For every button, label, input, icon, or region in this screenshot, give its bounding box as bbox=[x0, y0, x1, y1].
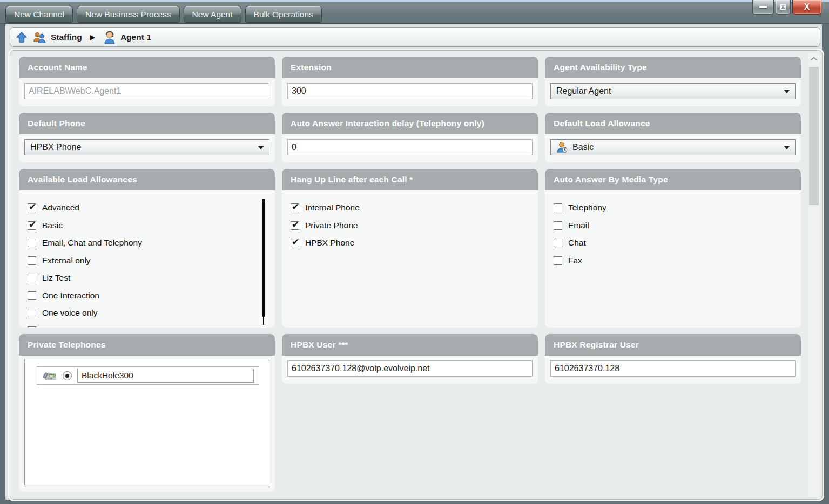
default-phone-dropdown[interactable]: HPBX Phone bbox=[24, 139, 269, 155]
chevron-down-icon bbox=[258, 146, 264, 149]
private-telephone-row[interactable] bbox=[37, 366, 259, 385]
checkbox-row[interactable]: External only bbox=[28, 252, 266, 270]
scroll-up-button[interactable] bbox=[808, 53, 820, 65]
checkbox[interactable] bbox=[291, 239, 299, 247]
close-button[interactable]: X bbox=[792, 0, 821, 15]
checkbox[interactable] bbox=[554, 203, 562, 212]
default-telephone-radio[interactable] bbox=[63, 371, 72, 380]
scrollbar-thumb[interactable] bbox=[809, 67, 819, 205]
checkbox-row[interactable]: Basic bbox=[28, 217, 266, 235]
checkbox-label: Private Phone bbox=[305, 221, 358, 230]
checkbox-label: Single Interaction bbox=[42, 326, 107, 328]
toolbar-button[interactable]: New Agent bbox=[184, 6, 241, 23]
list-scrollbar-thumb[interactable] bbox=[262, 199, 265, 317]
checkbox[interactable] bbox=[28, 256, 36, 265]
panel-account-name: Account Name bbox=[19, 57, 275, 106]
checkbox-label: Fax bbox=[568, 256, 582, 265]
checkbox-label: Chat bbox=[568, 238, 586, 248]
checkbox[interactable] bbox=[28, 326, 36, 328]
breadcrumb-item-agent[interactable]: Agent 1 bbox=[103, 30, 151, 44]
breadcrumb-separator-icon: ▶ bbox=[87, 33, 98, 41]
checkbox-label: Email bbox=[568, 221, 589, 230]
panel-title: Hang Up Line after each Call * bbox=[282, 169, 538, 190]
panel-title: HPBX Registrar User bbox=[545, 334, 801, 356]
panel-title: Private Telephones bbox=[19, 334, 275, 356]
checkbox[interactable] bbox=[291, 221, 299, 230]
checkbox-row[interactable]: Fax bbox=[554, 252, 792, 270]
checkbox-row[interactable]: Advanced bbox=[28, 199, 266, 217]
window-controls: X bbox=[752, 0, 821, 15]
panel-title: Extension bbox=[282, 57, 538, 78]
breadcrumb-item-staffing[interactable]: Staffing bbox=[32, 31, 82, 43]
checkbox-row[interactable]: Telephony bbox=[554, 199, 792, 217]
settings-form: Account Name Extension Agent Availabilit… bbox=[10, 50, 823, 500]
checkbox-row[interactable]: Chat bbox=[554, 234, 792, 252]
checkbox-row[interactable]: Email, Chat and Telephony bbox=[28, 234, 266, 252]
checkbox[interactable] bbox=[554, 239, 562, 247]
load-allowances-list: Advanced Basic Email, Chat and Telephony bbox=[19, 190, 275, 328]
panel-auto-answer-media: Auto Answer By Media Type Telephony Emai… bbox=[545, 169, 801, 328]
checkbox-label: Internal Phone bbox=[305, 203, 360, 213]
vertical-scrollbar[interactable] bbox=[808, 53, 820, 497]
toolbar-button[interactable]: New Channel bbox=[5, 6, 73, 23]
panel-hang-up-line: Hang Up Line after each Call * Internal … bbox=[282, 169, 538, 328]
checkbox[interactable] bbox=[28, 221, 36, 230]
desk-phone-icon bbox=[42, 370, 57, 381]
toolbar-button[interactable]: New Business Process bbox=[77, 6, 180, 23]
dropdown-selected-value: HPBX Phone bbox=[30, 142, 81, 152]
checkbox-row[interactable]: Private Phone bbox=[291, 217, 529, 235]
checkbox-row[interactable]: Single Interaction bbox=[28, 322, 266, 328]
extension-input[interactable] bbox=[287, 83, 533, 99]
default-load-allowance-dropdown[interactable]: Basic bbox=[550, 139, 796, 155]
breadcrumb-label: Staffing bbox=[51, 32, 82, 42]
close-icon: X bbox=[804, 2, 810, 12]
checkbox-label: Advanced bbox=[42, 203, 79, 213]
hang-up-line-list: Internal Phone Private Phone HPBX Phone bbox=[282, 190, 538, 252]
home-icon[interactable] bbox=[16, 31, 28, 43]
person-clock-icon bbox=[556, 141, 568, 153]
toolbar-button[interactable]: Bulk Operations bbox=[245, 6, 322, 23]
panel-extension: Extension bbox=[282, 57, 538, 106]
panel-hpbx-registrar-user: HPBX Registrar User bbox=[545, 334, 801, 384]
checkbox[interactable] bbox=[28, 239, 36, 247]
minimize-icon bbox=[759, 6, 767, 8]
maximize-icon bbox=[780, 4, 786, 10]
agent-headset-icon bbox=[103, 30, 116, 44]
checkbox-label: One Interaction bbox=[42, 291, 99, 301]
maximize-button[interactable] bbox=[776, 0, 791, 15]
checkbox-row[interactable]: HPBX Phone bbox=[291, 234, 529, 252]
checkbox-label: Telephony bbox=[568, 203, 606, 213]
checkbox[interactable] bbox=[28, 291, 36, 300]
chevron-down-icon bbox=[784, 90, 790, 93]
checkbox[interactable] bbox=[28, 203, 36, 212]
checkbox-row[interactable]: One voice only bbox=[28, 304, 266, 322]
panel-title: Auto Answer By Media Type bbox=[545, 169, 801, 190]
agent-availability-type-dropdown[interactable]: Regular Agent bbox=[550, 83, 796, 99]
checkbox-row[interactable]: Liz Test bbox=[28, 269, 266, 287]
checkbox[interactable] bbox=[554, 256, 562, 265]
auto-answer-delay-input[interactable] bbox=[287, 139, 533, 155]
checkbox-label: Basic bbox=[42, 221, 63, 230]
panel-available-load-allowances: Available Load Allowances Advanced Basic bbox=[19, 169, 275, 328]
hpbx-user-input[interactable] bbox=[287, 360, 533, 377]
checkbox[interactable] bbox=[554, 221, 562, 230]
panel-hpbx-user: HPBX User *** bbox=[282, 334, 538, 384]
list-scrollbar-track[interactable] bbox=[263, 317, 264, 325]
auto-answer-media-list: Telephony Email Chat Fax bbox=[545, 190, 801, 269]
panel-title: Default Phone bbox=[19, 113, 275, 134]
checkbox-row[interactable]: Internal Phone bbox=[291, 199, 529, 217]
panel-title: Auto Answer Interaction delay (Telephony… bbox=[282, 113, 538, 134]
checkbox[interactable] bbox=[291, 203, 299, 212]
checkbox-row[interactable]: Email bbox=[554, 217, 792, 235]
minimize-button[interactable] bbox=[752, 0, 774, 15]
telephone-name-input[interactable] bbox=[77, 369, 254, 383]
checkbox-label: HPBX Phone bbox=[305, 238, 354, 248]
checkbox-row[interactable]: One Interaction bbox=[28, 287, 266, 305]
checkbox[interactable] bbox=[28, 309, 36, 317]
hpbx-registrar-user-input[interactable] bbox=[550, 360, 796, 377]
toolbar: New Channel New Business Process New Age… bbox=[5, 6, 322, 23]
checkbox-label: External only bbox=[42, 256, 91, 265]
panel-default-phone: Default Phone HPBX Phone bbox=[19, 113, 275, 162]
checkbox[interactable] bbox=[28, 274, 36, 282]
panel-auto-answer-delay: Auto Answer Interaction delay (Telephony… bbox=[282, 113, 538, 162]
